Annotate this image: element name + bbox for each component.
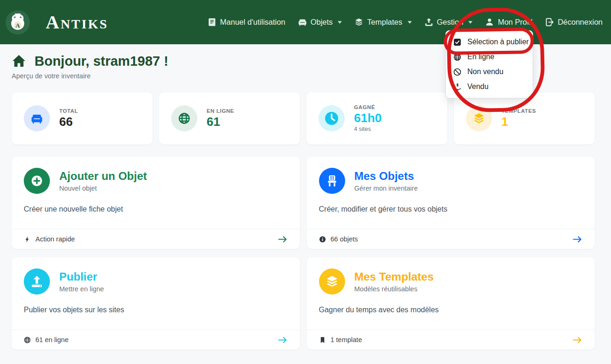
stat-value: 61h0: [354, 111, 382, 125]
check-square-icon: [453, 38, 461, 46]
menu-item-label: En ligne: [467, 53, 494, 61]
card-footer-label: 1 template: [331, 336, 362, 343]
stat-label: TOTAL: [59, 108, 78, 114]
couch-icon: [298, 18, 307, 27]
chevron-down-icon: [408, 21, 412, 24]
slash-circle-icon: [453, 68, 461, 76]
globe-icon: [171, 105, 197, 131]
card-footer-label: 61 en ligne: [35, 336, 69, 343]
menu-item-en-ligne[interactable]: En ligne: [446, 49, 533, 64]
card-subtitle: Modèles réutilisables: [354, 285, 434, 293]
card-mes-objets[interactable]: Mes Objets Gérer mon inventaire Créer, m…: [307, 157, 595, 249]
info-circle-icon: [319, 236, 326, 243]
arrow-right-icon[interactable]: [278, 336, 288, 344]
stat-card-en-ligne: EN LIGNE 61: [159, 92, 300, 144]
card-title: Publier: [59, 270, 104, 283]
card-title: Mes Templates: [354, 270, 434, 283]
chevron-down-icon: [338, 21, 342, 24]
card-ajouter-objet[interactable]: Ajouter un Objet Nouvel objet Créer une …: [12, 157, 300, 249]
card-description: Gagner du temps avec des modèles: [319, 306, 583, 314]
book-icon: [208, 18, 216, 27]
layers-icon: [354, 18, 363, 27]
nav-item-templates[interactable]: Templates: [354, 18, 411, 27]
hand-holding-dollar-icon: [453, 83, 461, 91]
stats-row: TOTAL 66 EN LIGNE 61: [12, 92, 595, 144]
nav-item-objets[interactable]: Objets: [298, 18, 342, 27]
menu-item-non-vendu[interactable]: Non vendu: [446, 64, 533, 79]
card-mes-templates[interactable]: Mes Templates Modèles réutilisables Gagn…: [307, 257, 595, 350]
chevron-down-icon: [468, 21, 472, 24]
nav-label: Templates: [367, 18, 402, 27]
stat-label: EN LIGNE: [207, 108, 234, 114]
stat-value: 61: [207, 115, 234, 129]
couch-icon: [24, 105, 50, 131]
clock-icon: [319, 105, 345, 131]
card-subtitle: Gérer mon inventaire: [354, 185, 418, 192]
home-icon: [12, 54, 26, 69]
menu-item-label: Non vendu: [467, 68, 503, 76]
card-title: Ajouter un Objet: [59, 170, 147, 183]
arrow-right-icon[interactable]: [572, 235, 583, 243]
gestion-dropdown-menu: Sélection à publier En ligne Non vendu V…: [445, 30, 533, 98]
nav-item-deconnexion[interactable]: Déconnexion: [545, 18, 603, 27]
nav-label: Gestion: [437, 18, 464, 27]
lightning-icon: [24, 236, 31, 243]
card-footer-label: Action rapide: [35, 235, 75, 243]
card-footer: 1 template: [307, 330, 595, 350]
card-footer: 66 objets: [307, 229, 595, 249]
card-footer: 61 en ligne: [12, 330, 300, 350]
box-arrow-up-icon: [424, 18, 433, 27]
globe-icon: [24, 337, 31, 343]
stat-label: GAGNÉ: [354, 104, 382, 110]
card-title: Mes Objets: [354, 170, 418, 183]
stat-card-total: TOTAL 66: [12, 92, 153, 144]
menu-item-label: Sélection à publier: [467, 38, 529, 46]
stat-value: 66: [59, 115, 78, 129]
bookmark-icon: [319, 337, 326, 343]
card-subtitle: Nouvel objet: [59, 185, 147, 192]
nav-label: Manuel d'utilisation: [220, 18, 285, 27]
layers-icon: [466, 105, 492, 131]
card-description: Publier vos objets sur les sites: [24, 306, 288, 314]
nav-item-manuel[interactable]: Manuel d'utilisation: [208, 18, 285, 27]
stat-card-templates: TEMPLATES 1: [454, 92, 595, 144]
antiks-logo-icon[interactable]: A: [6, 10, 30, 34]
stat-label: TEMPLATES: [501, 108, 536, 114]
upload-icon: [24, 268, 50, 295]
card-footer: Action rapide: [12, 229, 300, 249]
globe-icon: [453, 53, 461, 61]
nav-label: Objets: [311, 18, 333, 27]
nav-menu: Manuel d'utilisation Objets Templates: [208, 18, 603, 27]
nav-label: Mon Profil: [498, 18, 532, 27]
card-footer-label: 66 objets: [331, 235, 358, 243]
layers-icon: [319, 268, 345, 295]
nav-item-gestion[interactable]: Gestion: [424, 18, 473, 27]
chair-icon: [319, 168, 345, 194]
stat-subtext: 4 sites: [354, 126, 382, 132]
plus-circle-icon: [24, 168, 50, 194]
sign-out-icon: [545, 18, 554, 27]
card-description: Créer une nouvelle fiche objet: [24, 205, 288, 213]
menu-item-vendu[interactable]: Vendu: [446, 79, 533, 94]
nav-label: Déconnexion: [558, 18, 603, 27]
action-cards-grid: Ajouter un Objet Nouvel objet Créer une …: [12, 157, 595, 350]
nav-item-mon-profil[interactable]: Mon Profil: [485, 18, 532, 27]
arrow-right-icon[interactable]: [572, 336, 583, 344]
menu-item-label: Vendu: [467, 82, 488, 91]
card-description: Créer, modifier et gérer tous vos objets: [319, 205, 583, 213]
person-icon: [485, 18, 494, 27]
stat-card-gagne: GAGNÉ 61h0 4 sites: [306, 92, 447, 144]
card-publier[interactable]: Publier Mettre en ligne Publier vos obje…: [12, 257, 300, 350]
arrow-right-icon[interactable]: [278, 235, 288, 243]
brand-name[interactable]: Antiks: [46, 13, 108, 32]
page-title: Bonjour, stram1987 !: [35, 54, 168, 69]
stat-value: 1: [501, 115, 536, 129]
card-subtitle: Mettre en ligne: [59, 285, 104, 293]
svg-text:A: A: [15, 21, 20, 28]
menu-item-selection-a-publier[interactable]: Sélection à publier: [446, 34, 533, 49]
